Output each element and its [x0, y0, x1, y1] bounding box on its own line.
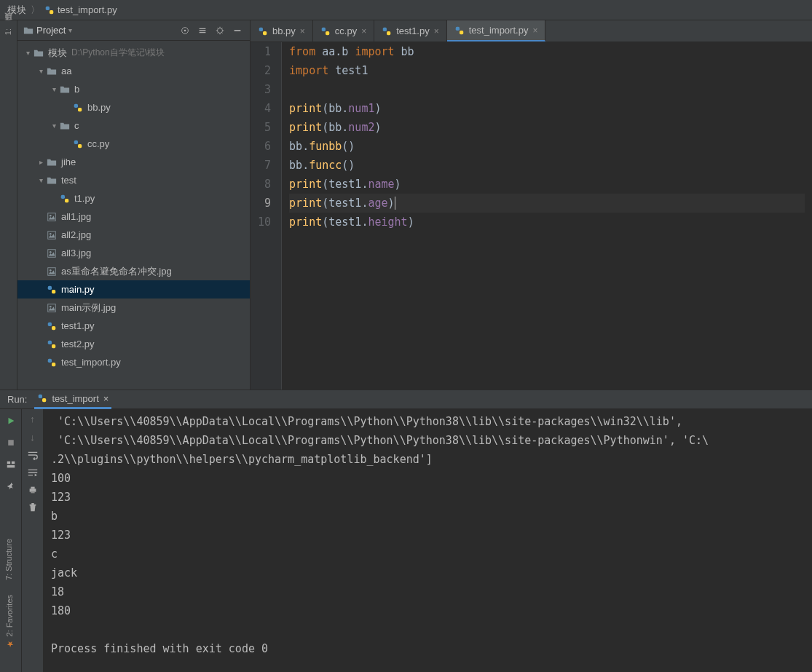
close-icon[interactable]: ×: [103, 393, 109, 404]
locate-icon[interactable]: [178, 24, 192, 37]
tree-file-asjpg[interactable]: as重命名避免命名冲突.jpg: [17, 262, 250, 280]
svg-rect-37: [39, 395, 42, 398]
close-icon[interactable]: ×: [361, 26, 366, 36]
svg-rect-7: [74, 140, 78, 143]
svg-rect-20: [52, 290, 55, 293]
tab-ccpy[interactable]: cc.py×: [313, 20, 374, 41]
svg-rect-24: [52, 326, 55, 330]
svg-rect-25: [48, 340, 52, 344]
sidebar-title[interactable]: Project ▾: [23, 25, 174, 36]
trash-icon[interactable]: [28, 502, 38, 513]
svg-rect-35: [455, 26, 459, 30]
tree-file-t1[interactable]: t1.py: [17, 189, 250, 207]
svg-point-3: [184, 29, 186, 31]
scroll-end-icon[interactable]: [27, 467, 39, 478]
svg-rect-9: [61, 194, 65, 198]
svg-rect-21: [48, 304, 56, 312]
svg-rect-27: [48, 358, 52, 362]
breadcrumb-root[interactable]: 模块: [7, 4, 26, 17]
svg-rect-34: [387, 31, 390, 35]
tree-file-mainex[interactable]: main示例.jpg: [17, 299, 250, 317]
tree-folder-aa[interactable]: ▾aa: [17, 62, 250, 80]
run-tool-col-2: ↑ ↓: [22, 409, 44, 672]
breadcrumb: 模块 〉 test_import.py: [0, 0, 812, 20]
run-label: Run:: [7, 394, 27, 405]
tree-file-test1[interactable]: test1.py: [17, 317, 250, 335]
svg-rect-6: [78, 108, 82, 111]
tree-file-bb[interactable]: bb.py: [17, 98, 250, 116]
svg-rect-44: [31, 487, 34, 489]
svg-point-14: [50, 232, 52, 234]
tab-bbpy[interactable]: bb.py×: [251, 20, 313, 41]
console-output[interactable]: 'C:\\Users\\40859\\AppData\\Local\\Progr…: [44, 409, 812, 672]
svg-rect-28: [52, 363, 55, 366]
project-sidebar: Project ▾ ▾模块D:\Python自学笔记\模块▾aa▾bbb.py▾…: [17, 20, 251, 390]
run-tab[interactable]: test_import ×: [34, 390, 111, 409]
tree-folder-c[interactable]: ▾c: [17, 116, 250, 135]
svg-rect-45: [31, 491, 34, 494]
rerun-icon[interactable]: [4, 414, 18, 428]
layout-icon[interactable]: [4, 457, 18, 472]
close-icon[interactable]: ×: [532, 25, 537, 36]
gear-icon[interactable]: [213, 24, 226, 37]
python-file-icon: [44, 5, 55, 15]
tree-root[interactable]: ▾模块D:\Python自学笔记\模块: [17, 44, 250, 62]
up-icon[interactable]: ↑: [30, 414, 35, 424]
svg-rect-41: [11, 462, 14, 465]
tree-file-test2[interactable]: test2.py: [17, 335, 250, 353]
svg-rect-30: [263, 31, 267, 35]
svg-point-22: [50, 305, 52, 307]
rail-structure[interactable]: 7: Structure: [3, 537, 15, 582]
svg-rect-33: [383, 27, 387, 31]
code-text[interactable]: from aa.b import bbimport test1print(bb.…: [282, 42, 812, 390]
rail-project[interactable]: 1: 项目: [1, 25, 15, 36]
tree-folder-test[interactable]: ▾test: [17, 171, 250, 189]
soft-wrap-icon[interactable]: [27, 450, 39, 460]
tab-test_importpy[interactable]: test_import.py×: [447, 20, 546, 41]
hide-icon[interactable]: [231, 24, 244, 37]
svg-rect-0: [46, 6, 50, 9]
svg-rect-42: [7, 465, 15, 468]
editor-tabs: bb.py×cc.py×test1.py×test_import.py×: [251, 20, 812, 42]
tree-folder-b[interactable]: ▾b: [17, 80, 250, 98]
project-tree[interactable]: ▾模块D:\Python自学笔记\模块▾aa▾bbb.py▾ccc.py▸jih…: [17, 41, 250, 390]
svg-rect-36: [460, 31, 463, 34]
tree-file-all3[interactable]: all3.jpg: [17, 244, 250, 262]
line-gutter: 12345678910: [251, 42, 282, 390]
svg-point-12: [50, 214, 52, 216]
code-editor[interactable]: 12345678910 from aa.b import bbimport te…: [251, 42, 812, 390]
svg-rect-11: [48, 213, 56, 221]
svg-rect-17: [48, 267, 56, 275]
svg-rect-39: [8, 440, 14, 446]
tree-folder-jihe[interactable]: ▸jihe: [17, 153, 250, 171]
pin-icon[interactable]: [4, 479, 18, 494]
tree-file-testimport[interactable]: test_import.py: [17, 353, 250, 371]
svg-point-16: [50, 250, 52, 253]
close-icon[interactable]: ×: [434, 26, 439, 36]
chevron-right-icon: 〉: [31, 4, 40, 17]
editor-area: bb.py×cc.py×test1.py×test_import.py× 123…: [251, 20, 812, 390]
run-panel: Run: test_import × ↑ ↓ 'C:\\: [0, 390, 812, 672]
collapse-icon[interactable]: [196, 24, 209, 37]
svg-rect-31: [322, 27, 326, 31]
svg-rect-32: [326, 31, 329, 35]
svg-rect-29: [259, 27, 263, 31]
svg-rect-10: [65, 199, 68, 202]
svg-rect-1: [50, 10, 53, 14]
rail-favorites[interactable]: ★2: Favorites: [3, 593, 15, 650]
stop-icon[interactable]: [4, 435, 18, 450]
svg-rect-15: [48, 249, 56, 257]
down-icon[interactable]: ↓: [30, 432, 35, 443]
svg-rect-13: [48, 231, 56, 239]
tree-file-cc[interactable]: cc.py: [17, 135, 250, 153]
svg-rect-40: [7, 462, 9, 465]
svg-point-18: [50, 269, 52, 271]
breadcrumb-file[interactable]: test_import.py: [58, 4, 117, 15]
print-icon[interactable]: [28, 485, 38, 495]
tab-test1py[interactable]: test1.py×: [374, 20, 447, 41]
tree-file-all2[interactable]: all2.jpg: [17, 226, 250, 244]
svg-rect-5: [74, 103, 78, 107]
tree-file-all1[interactable]: all1.jpg: [17, 207, 250, 226]
close-icon[interactable]: ×: [300, 26, 305, 36]
tree-file-main[interactable]: main.py: [17, 280, 250, 299]
